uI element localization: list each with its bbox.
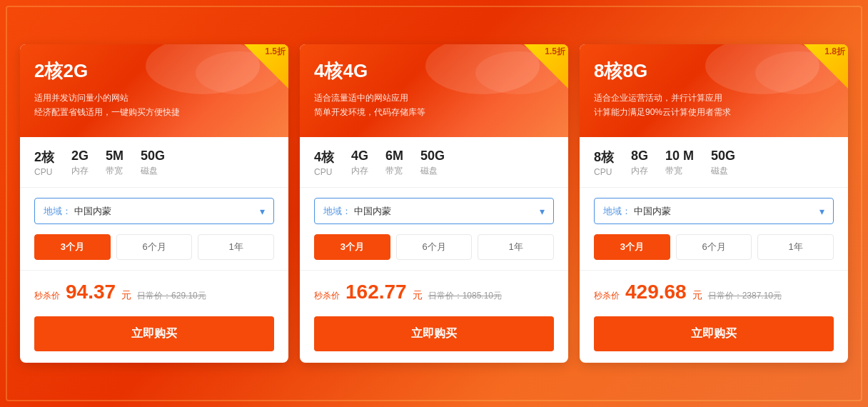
spec-item-1: 2G内存 (71, 149, 89, 177)
period-tab-1[interactable]: 6个月 (116, 234, 193, 260)
divider (20, 187, 288, 188)
region-value: 中国内蒙 (634, 206, 671, 216)
spec-label: CPU (34, 167, 54, 177)
badge-text: 1.5折 (265, 44, 288, 56)
original-price: 日常价：629.10元 (137, 290, 206, 302)
spec-item-0: 2核CPU (34, 149, 54, 177)
spec-value: 50G (141, 149, 165, 164)
spec-label: 带宽 (385, 165, 403, 177)
card-2: 1.5折4核4G适合流量适中的网站应用简单开发环境，代码存储库等4核CPU4G内… (300, 44, 568, 363)
price-label: 秒杀价 (314, 290, 340, 302)
page-background: 1.5折2核2G适用并发访问量小的网站经济配置省钱适用，一键购买方便快捷2核CP… (0, 0, 868, 407)
specs-row-3: 8核CPU8G内存10 M带宽50G磁盘 (594, 149, 834, 177)
price-row-1: 秒杀价94.37元日常价：629.10元 (34, 281, 274, 303)
card-body-2: 4核CPU4G内存6M带宽50G磁盘地域：中国内蒙▾3个月6个月1年秒杀价162… (300, 137, 568, 363)
cards-container: 1.5折2核2G适用并发访问量小的网站经济配置省钱适用，一键购买方便快捷2核CP… (20, 44, 848, 363)
price-label: 秒杀价 (34, 290, 60, 302)
card-desc-1: 适用并发访问量小的网站经济配置省钱适用，一键购买方便快捷 (34, 91, 274, 120)
spec-value: 2G (71, 149, 89, 164)
spec-label: CPU (594, 167, 614, 177)
spec-value: 5M (106, 149, 123, 164)
spec-item-2: 6M带宽 (385, 149, 403, 177)
period-tab-1[interactable]: 6个月 (676, 234, 752, 260)
spec-value: 50G (711, 149, 735, 164)
divider (300, 270, 568, 271)
divider (580, 270, 848, 271)
region-label: 地域： (603, 206, 631, 216)
region-label: 地域： (323, 206, 351, 216)
card-desc-2: 适合流量适中的网站应用简单开发环境，代码存储库等 (314, 91, 554, 120)
original-price: 日常价：1085.10元 (428, 290, 502, 302)
spec-item-0: 8核CPU (594, 149, 614, 177)
spec-item-0: 4核CPU (314, 149, 334, 177)
price-unit: 元 (692, 289, 702, 302)
badge-text: 1.5折 (545, 44, 568, 56)
spec-label: 内存 (71, 165, 89, 177)
spec-label: 磁盘 (711, 165, 735, 177)
price-row-3: 秒杀价429.68元日常价：2387.10元 (594, 281, 834, 303)
card-title-3: 8核8G (594, 59, 834, 84)
period-tabs-3: 3个月6个月1年 (594, 234, 834, 260)
spec-value: 4核 (314, 149, 334, 166)
region-value: 中国内蒙 (354, 206, 391, 216)
spec-item-3: 50G磁盘 (420, 149, 445, 177)
buy-button-3[interactable]: 立即购买 (594, 316, 834, 351)
spec-value: 10 M (665, 149, 694, 164)
price-value: 162.77 (345, 281, 407, 303)
price-unit: 元 (121, 289, 131, 302)
chevron-down-icon: ▾ (260, 206, 265, 217)
divider (300, 187, 568, 188)
specs-row-2: 4核CPU4G内存6M带宽50G磁盘 (314, 149, 554, 177)
spec-label: 带宽 (106, 165, 123, 177)
spec-label: 内存 (631, 165, 648, 177)
buy-button-2[interactable]: 立即购买 (314, 316, 554, 351)
card-header-3: 1.8折8核8G适合企业运营活动，并行计算应用计算能力满足90%云计算使用者需求 (580, 44, 848, 137)
price-label: 秒杀价 (594, 290, 620, 302)
period-tab-0[interactable]: 3个月 (314, 234, 390, 260)
price-row-2: 秒杀价162.77元日常价：1085.10元 (314, 281, 554, 303)
price-value: 429.68 (625, 281, 687, 303)
region-select-3[interactable]: 地域：中国内蒙▾ (594, 198, 834, 224)
spec-label: 磁盘 (141, 165, 165, 177)
price-unit: 元 (413, 289, 423, 302)
spec-label: 磁盘 (420, 165, 445, 177)
original-price: 日常价：2387.10元 (708, 290, 782, 302)
spec-value: 6M (385, 149, 403, 164)
card-title-1: 2核2G (34, 59, 274, 84)
spec-item-3: 50G磁盘 (711, 149, 735, 177)
period-tab-0[interactable]: 3个月 (34, 234, 111, 260)
card-3: 1.8折8核8G适合企业运营活动，并行计算应用计算能力满足90%云计算使用者需求… (580, 44, 848, 363)
spec-label: 带宽 (665, 165, 694, 177)
spec-value: 2核 (34, 149, 54, 166)
spec-item-2: 5M带宽 (106, 149, 123, 177)
divider (20, 270, 288, 271)
card-header-2: 1.5折4核4G适合流量适中的网站应用简单开发环境，代码存储库等 (300, 44, 568, 137)
region-value: 中国内蒙 (74, 206, 111, 216)
card-1: 1.5折2核2G适用并发访问量小的网站经济配置省钱适用，一键购买方便快捷2核CP… (20, 44, 288, 363)
spec-value: 8核 (594, 149, 614, 166)
badge-text: 1.8折 (824, 44, 848, 56)
period-tab-2[interactable]: 1年 (198, 234, 274, 260)
period-tab-2[interactable]: 1年 (757, 234, 834, 260)
card-header-1: 1.5折2核2G适用并发访问量小的网站经济配置省钱适用，一键购买方便快捷 (20, 44, 288, 137)
spec-value: 4G (351, 149, 368, 164)
region-label: 地域： (44, 206, 71, 216)
card-desc-3: 适合企业运营活动，并行计算应用计算能力满足90%云计算使用者需求 (594, 91, 834, 120)
region-select-1[interactable]: 地域：中国内蒙▾ (34, 198, 274, 224)
period-tabs-1: 3个月6个月1年 (34, 234, 274, 260)
period-tabs-2: 3个月6个月1年 (314, 234, 554, 260)
divider (580, 187, 848, 188)
card-body-1: 2核CPU2G内存5M带宽50G磁盘地域：中国内蒙▾3个月6个月1年秒杀价94.… (20, 137, 288, 363)
chevron-down-icon: ▾ (540, 206, 545, 217)
specs-row-1: 2核CPU2G内存5M带宽50G磁盘 (34, 149, 274, 177)
region-select-2[interactable]: 地域：中国内蒙▾ (314, 198, 554, 224)
price-value: 94.37 (66, 281, 116, 303)
period-tab-2[interactable]: 1年 (478, 234, 554, 260)
buy-button-1[interactable]: 立即购买 (34, 316, 274, 351)
spec-value: 50G (420, 149, 445, 164)
spec-label: CPU (314, 167, 334, 177)
spec-item-2: 10 M带宽 (665, 149, 694, 177)
period-tab-0[interactable]: 3个月 (594, 234, 670, 260)
spec-item-1: 4G内存 (351, 149, 368, 177)
period-tab-1[interactable]: 6个月 (396, 234, 473, 260)
